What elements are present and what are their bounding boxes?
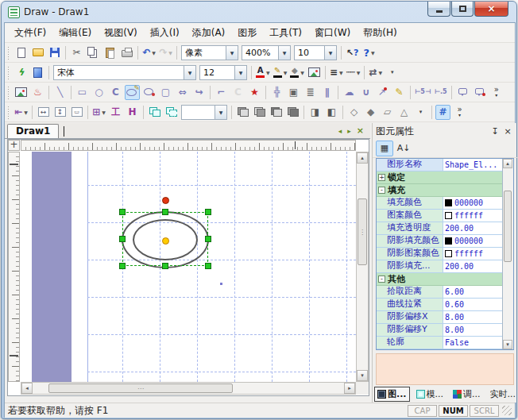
toolbar-grip[interactable]	[7, 86, 10, 99]
line-style-button[interactable]: ┅┅▼	[346, 65, 361, 80]
print-button[interactable]	[119, 45, 134, 60]
vertical-scrollbar[interactable]: ▴ ⋮ ▾	[356, 152, 369, 382]
chevron-down-icon[interactable]: ▼	[266, 70, 270, 75]
panel-tab-1[interactable]: 图...	[374, 387, 410, 402]
panel-tab-3[interactable]: 调...	[450, 387, 484, 402]
add-node-button[interactable]: ◆	[363, 105, 378, 120]
line-width-button[interactable]: ≡▼	[329, 65, 344, 80]
filled-rect-tool-button[interactable]: ▣	[286, 85, 301, 100]
pin-icon[interactable]: ↧	[489, 125, 501, 137]
font-color-button[interactable]: A▼	[255, 65, 271, 80]
connector-tool-button[interactable]: ╬	[269, 85, 284, 100]
help-button[interactable]: ?▼	[361, 45, 377, 60]
expander-icon[interactable]: +	[378, 174, 385, 181]
flip-vertical-button[interactable]: ◧	[324, 105, 339, 120]
ungroup-button[interactable]	[164, 105, 179, 120]
same-width-button[interactable]: ↔	[36, 105, 51, 120]
font-size-combo[interactable]: 12▼	[199, 65, 247, 80]
chevron-down-icon[interactable]: ▼	[234, 66, 246, 79]
close-tab-icon[interactable]: ×	[357, 125, 364, 136]
property-grid-scrollbar[interactable]: ▴ ▾	[502, 159, 513, 349]
fill-color-button[interactable]: ◆▼	[289, 65, 305, 80]
bring-to-front-button[interactable]	[235, 105, 250, 120]
property-value[interactable]: 8.00	[443, 324, 502, 336]
property-row[interactable]: 图形名称Shape_El...	[377, 159, 502, 171]
chevron-down-icon[interactable]: ▼	[226, 46, 238, 60]
menu-insert[interactable]: 插入(I)	[144, 24, 186, 42]
property-value[interactable]: 200.00	[443, 222, 502, 234]
ellipse-tool-button[interactable]: ○	[91, 85, 106, 100]
menu-add[interactable]: 添加(A)	[186, 24, 232, 42]
callout-tool-button[interactable]	[455, 85, 470, 100]
selection-handle[interactable]	[205, 236, 211, 242]
arrow-style-button[interactable]: ⇄▼	[368, 65, 383, 80]
property-row[interactable]: 轮廓False	[377, 337, 502, 349]
delete-node-button[interactable]: ▱	[380, 105, 395, 120]
property-value[interactable]: 200.00	[443, 260, 502, 272]
vertical-scroll-thumb[interactable]: ⋮	[358, 198, 367, 265]
property-row[interactable]: 阴影偏移X8.00	[377, 311, 502, 324]
selection-handle[interactable]	[162, 263, 168, 269]
grid-scroll-up-icon[interactable]: ▴	[503, 159, 512, 168]
chevron-down-icon[interactable]: ▼	[357, 70, 361, 75]
line-tool-button[interactable]: ╲	[52, 85, 68, 100]
property-row[interactable]: 阴影图案颜色ffffff	[377, 248, 502, 260]
freehand-tool-button[interactable]: ✎	[392, 85, 407, 100]
toolbar-grip[interactable]	[7, 106, 10, 119]
save-file-button[interactable]	[47, 45, 62, 60]
undo-button[interactable]: ↶▼	[141, 45, 157, 60]
unit-combo[interactable]: 像素▼	[181, 45, 238, 60]
chevron-down-icon[interactable]: ▼	[324, 46, 336, 60]
insert-picture-button[interactable]	[14, 85, 29, 100]
draw-overflow-button[interactable]: »▾	[489, 85, 504, 100]
chevron-down-icon[interactable]: ▼	[278, 46, 290, 60]
property-category-row[interactable]: -其他	[377, 273, 502, 286]
panel-close-icon[interactable]: ×	[501, 125, 514, 137]
grid-scroll-down-icon[interactable]: ▾	[503, 340, 512, 349]
property-row[interactable]: 阴影填充颜色000000	[377, 235, 502, 248]
panel-tab-2[interactable]: 模...	[413, 387, 447, 402]
chevron-down-icon[interactable]: ▼	[24, 110, 28, 115]
vertical-center-button[interactable]: 工	[108, 105, 123, 120]
selection-handle[interactable]	[119, 236, 126, 242]
property-value[interactable]: 000000	[443, 235, 502, 247]
flip-horizontal-button[interactable]: ◨	[307, 105, 323, 120]
node-options-button[interactable]: ▾	[413, 105, 428, 120]
selection-handle[interactable]	[162, 209, 168, 215]
layer-combo[interactable]: ▼	[181, 105, 227, 120]
property-row[interactable]: 填充颜色000000	[377, 197, 502, 210]
line-color-button[interactable]: ✎▼	[273, 65, 288, 80]
scroll-right-icon[interactable]: ▸	[344, 383, 355, 394]
toolbar-grip[interactable]	[7, 46, 10, 60]
arc2-tool-button[interactable]: Ϲ	[230, 85, 245, 100]
property-value[interactable]: ffffff	[443, 210, 502, 222]
property-row[interactable]: 曲线拉紧0.60	[377, 299, 502, 311]
same-height-button[interactable]: ↕	[52, 105, 68, 120]
dimension2-tool-button[interactable]: ⊢.5	[433, 85, 448, 100]
ellipse-arc-tool-button[interactable]: ✎	[125, 85, 140, 100]
bent-arrow-tool-button[interactable]: ↪	[191, 85, 207, 100]
send-backward-button[interactable]	[285, 105, 300, 120]
menu-help[interactable]: 帮助(H)	[357, 24, 403, 42]
expander-icon[interactable]: -	[378, 276, 385, 283]
minimize-button[interactable]	[427, 2, 450, 17]
pie-tool-button[interactable]	[141, 85, 157, 100]
section-tool-button[interactable]: ≣	[303, 85, 318, 100]
property-value[interactable]: ffffff	[443, 248, 502, 260]
dimension-tool-button[interactable]: ⊢5⊣	[414, 85, 431, 100]
property-row[interactable]: 阴影填充...200.00	[377, 260, 502, 273]
document-tab[interactable]: Draw1	[7, 124, 59, 138]
menu-window[interactable]: 窗口(W)	[308, 24, 357, 42]
property-value[interactable]: 6.00	[443, 286, 502, 298]
open-file-button[interactable]	[30, 45, 45, 60]
menu-view[interactable]: 视图(V)	[98, 24, 144, 42]
property-row[interactable]: 拾取距离6.00	[377, 286, 502, 299]
property-row[interactable]: 阴影偏移Y8.00	[377, 324, 502, 337]
context-help-button[interactable]: ↖?	[345, 45, 360, 60]
send-to-back-button[interactable]	[252, 105, 267, 120]
bring-forward-button[interactable]	[269, 105, 284, 120]
snap-grid-button[interactable]: #	[435, 105, 450, 120]
smooth-node-button[interactable]: △	[396, 105, 412, 120]
property-value[interactable]: 0.60	[443, 299, 502, 310]
selection-handle[interactable]	[205, 263, 211, 269]
